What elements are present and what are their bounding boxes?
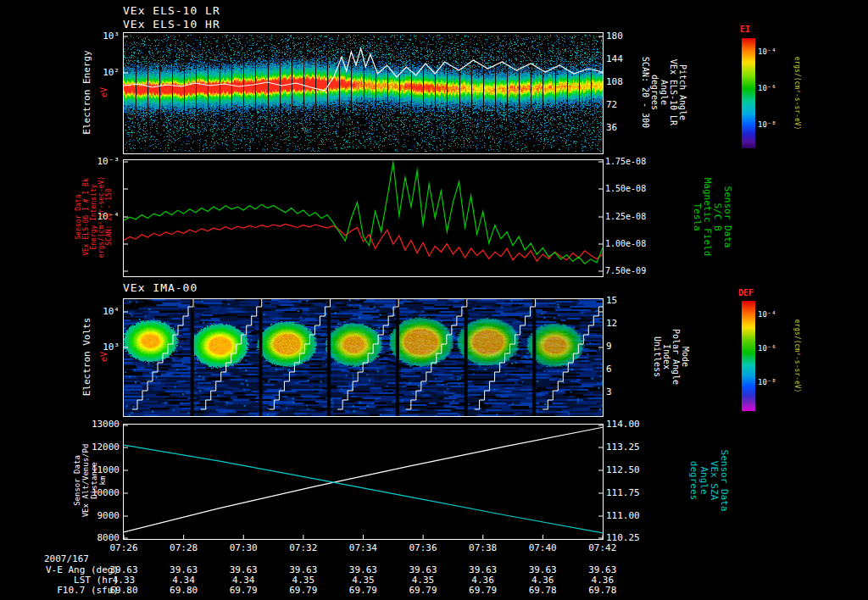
els-pitch-tick-3: 72 bbox=[606, 100, 640, 109]
table-value: 39.63 bbox=[165, 565, 203, 575]
ei-colorbar bbox=[742, 38, 755, 148]
sza-tick-4: 111.00 bbox=[606, 511, 659, 520]
ei-cb-tick-2: 10⁻⁸ bbox=[758, 121, 792, 129]
time-tick-7: 07:40 bbox=[524, 543, 561, 553]
ephemeris-canvas bbox=[123, 424, 604, 540]
def-colorbar-units: ergs/(cm²-s-sr-eV) bbox=[793, 319, 801, 393]
plot-page: VEx ELS-10 LR VEx ELS-10 HR VEx IMA-00 E… bbox=[0, 0, 868, 600]
ima-yunit: eV bbox=[99, 352, 108, 362]
table-value: 4.35 bbox=[404, 575, 442, 585]
table-value: 4.36 bbox=[584, 575, 621, 585]
table-value: 69.80 bbox=[165, 586, 203, 595]
def-cb-tick-1: 10⁻⁶ bbox=[758, 345, 792, 353]
els-spectrogram-canvas bbox=[123, 32, 604, 154]
table-value: 4.33 bbox=[105, 575, 142, 585]
els-ylabel: Electron Energy bbox=[82, 50, 92, 134]
table-value: 39.63 bbox=[285, 565, 322, 575]
def-colorbar-title: DEF bbox=[738, 288, 754, 297]
ei-cb-tick-1: 10⁻⁶ bbox=[758, 85, 792, 92]
time-tick-2: 07:30 bbox=[225, 543, 262, 553]
altitude-tick-5: 8000 bbox=[67, 533, 120, 542]
date-label: 2007/167 bbox=[44, 554, 89, 564]
bfield-tick-2: 1.25e-08 bbox=[605, 213, 659, 221]
time-tick-0: 07:26 bbox=[105, 543, 142, 553]
table-value: 4.36 bbox=[524, 575, 561, 585]
table-value: 39.63 bbox=[105, 565, 142, 575]
time-tick-8: 07:42 bbox=[584, 543, 621, 553]
table-value: 69.78 bbox=[524, 586, 561, 595]
table-value: 39.63 bbox=[465, 565, 502, 575]
bfield-tick-4: 7.50e-09 bbox=[605, 267, 659, 275]
els-pitch-tick-4: 36 bbox=[606, 123, 640, 132]
els-pitch-tick-0: 180 bbox=[606, 31, 640, 41]
time-tick-6: 07:38 bbox=[465, 543, 502, 553]
intensity-ytick-0: 10⁻³ bbox=[67, 157, 120, 166]
altitude-tick-0: 13000 bbox=[67, 419, 120, 429]
table-value: 4.35 bbox=[285, 575, 322, 585]
intensity-left-label: Sensor DataVEx ELS-06 I # I BkEnergy Int… bbox=[75, 176, 113, 258]
ima-mode-tick-1: 12 bbox=[606, 319, 640, 328]
ima-spectrogram-canvas bbox=[123, 298, 604, 417]
ima-mode-tick-3: 6 bbox=[606, 364, 640, 374]
els-ytick-1: 10² bbox=[67, 68, 120, 77]
table-value: 69.80 bbox=[105, 586, 142, 595]
bfield-tick-0: 1.75e-08 bbox=[605, 158, 659, 166]
ima-ytick-0: 10⁴ bbox=[67, 307, 120, 316]
table-value: 69.79 bbox=[465, 586, 502, 595]
def-cb-tick-0: 10⁻⁴ bbox=[758, 311, 792, 319]
els-right-label: Pitch AngleVEx ELS-10 LRAngledegreesSCAN… bbox=[641, 57, 687, 128]
table-row-label-0: V-E Ang (deg) bbox=[5, 565, 119, 575]
table-value: 39.63 bbox=[225, 565, 262, 575]
ei-colorbar-units: ergs/(cm²-s-sr-eV) bbox=[793, 57, 801, 131]
panel-title-els-lr: VEx ELS-10 LR bbox=[123, 4, 220, 17]
els-pitch-tick-2: 108 bbox=[606, 77, 640, 86]
table-value: 39.63 bbox=[524, 565, 561, 575]
table-value: 69.79 bbox=[404, 586, 442, 595]
table-value: 4.34 bbox=[165, 575, 203, 585]
table-value: 39.63 bbox=[584, 565, 621, 575]
def-colorbar bbox=[742, 301, 755, 411]
ima-mode-tick-0: 15 bbox=[606, 296, 640, 305]
els-ytick-0: 10³ bbox=[67, 31, 120, 41]
bfield-tick-3: 1.00e-08 bbox=[605, 240, 659, 248]
table-value: 69.79 bbox=[285, 586, 322, 595]
bfield-right-label: Sensor DataS/C BMagnetic FieldTesla bbox=[692, 178, 732, 257]
table-row-label-2: F10.7 (sfu) bbox=[5, 586, 119, 595]
ima-ytick-1: 10³ bbox=[67, 342, 120, 352]
table-value: 69.79 bbox=[225, 586, 262, 595]
table-value: 4.35 bbox=[344, 575, 381, 585]
table-value: 39.63 bbox=[344, 565, 381, 575]
time-tick-1: 07:28 bbox=[165, 543, 203, 553]
sza-right-label: Sensor DataVEx SZAAngledegrees bbox=[688, 450, 729, 512]
time-tick-4: 07:34 bbox=[344, 543, 381, 553]
table-value: 69.78 bbox=[584, 586, 621, 595]
panel-title-els-hr: VEx ELS-10 HR bbox=[123, 18, 220, 31]
ima-right-label: ModePolar AngleIndexUnitless bbox=[653, 329, 690, 385]
ephemeris-left-label: Sensor DataVEx Alt/Venus/PdDistancekm bbox=[73, 444, 107, 518]
ima-mode-tick-4: 3 bbox=[606, 387, 640, 397]
time-tick-5: 07:36 bbox=[404, 543, 442, 553]
table-value: 4.34 bbox=[225, 575, 262, 585]
def-cb-tick-2: 10⁻⁸ bbox=[758, 379, 792, 386]
table-value: 39.63 bbox=[404, 565, 442, 575]
table-value: 4.36 bbox=[465, 575, 502, 585]
sza-tick-5: 110.25 bbox=[606, 533, 659, 542]
els-pitch-tick-1: 144 bbox=[606, 54, 640, 64]
bfield-tick-1: 1.50e-08 bbox=[605, 185, 659, 193]
table-row-label-1: LST (hr) bbox=[5, 575, 119, 585]
time-tick-3: 07:32 bbox=[285, 543, 322, 553]
sza-tick-0: 114.00 bbox=[606, 419, 659, 429]
sza-tick-3: 111.75 bbox=[606, 488, 659, 497]
els-yunit: eV bbox=[99, 87, 108, 97]
ei-cb-tick-0: 10⁻⁴ bbox=[758, 48, 792, 56]
ima-ylabel: Electron Volts bbox=[82, 318, 92, 397]
panel-title-ima: VEx IMA-00 bbox=[123, 281, 198, 294]
table-value: 69.79 bbox=[344, 586, 381, 595]
ei-colorbar-title: EI bbox=[740, 25, 750, 34]
intensity-bfield-canvas bbox=[123, 159, 604, 277]
sza-tick-2: 112.50 bbox=[606, 465, 659, 475]
sza-tick-1: 113.25 bbox=[606, 442, 659, 452]
ima-mode-tick-2: 9 bbox=[606, 342, 640, 351]
